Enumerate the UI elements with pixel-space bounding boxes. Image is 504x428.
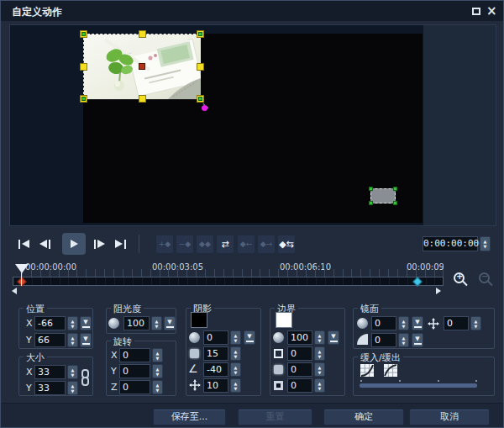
- previous-frame-button[interactable]: [35, 234, 55, 254]
- position-x-spinner[interactable]: [67, 316, 78, 330]
- size-x-field[interactable]: 33: [34, 365, 66, 379]
- copy-keyframe-button[interactable]: ◆◆: [196, 235, 214, 254]
- cancel-button[interactable]: 取消: [409, 409, 490, 425]
- play-button[interactable]: [62, 233, 86, 255]
- remove-keyframe-button[interactable]: −◆: [176, 235, 194, 254]
- border-color-swatch[interactable]: [276, 312, 292, 328]
- border-opacity-spinner[interactable]: [314, 330, 325, 345]
- shadow-distance-spinner[interactable]: [230, 378, 241, 393]
- timecode-spinner[interactable]: [480, 236, 491, 251]
- mirror-fade-field[interactable]: 0: [371, 333, 396, 347]
- shadow-angle-spinner[interactable]: [230, 362, 241, 377]
- ok-button[interactable]: 确定: [323, 409, 404, 425]
- motion-path-point[interactable]: [202, 105, 207, 111]
- position-y-field[interactable]: 66: [34, 333, 66, 347]
- opacity-keyframe-button[interactable]: [164, 316, 176, 330]
- zoom-out-button[interactable]: [479, 272, 490, 283]
- shadow-opacity-field[interactable]: 0: [203, 330, 228, 345]
- keyframe-track[interactable]: [13, 277, 444, 286]
- move-keyframe-right-button[interactable]: ◆→: [257, 235, 276, 254]
- border-keyframe-button[interactable]: [328, 330, 339, 345]
- mirror-offset-field[interactable]: 0: [444, 316, 469, 330]
- scroll-left-arrow[interactable]: [12, 288, 17, 294]
- mirror-opacity-spinner[interactable]: [398, 316, 409, 330]
- end-handle-bottom-left[interactable]: [369, 201, 373, 205]
- link-aspect-icon[interactable]: [81, 369, 89, 386]
- position-y-keyframe-button[interactable]: [80, 333, 92, 347]
- shadow-distance-field[interactable]: 10: [203, 378, 228, 393]
- swap-keyframes-button[interactable]: ◆⇆: [277, 235, 296, 254]
- distort-handle-bottom-left[interactable]: [81, 97, 86, 101]
- border-blur-spinner[interactable]: [314, 362, 325, 377]
- shadow-angle-icon: ∠: [188, 363, 198, 374]
- shadow-opacity-spinner[interactable]: [230, 330, 241, 345]
- rotation-y-field[interactable]: 0: [119, 364, 150, 378]
- border-width-spinner[interactable]: [314, 346, 325, 361]
- border-inner-field[interactable]: 0: [287, 378, 312, 393]
- border-inner-icon: [274, 381, 283, 390]
- shadow-blur-field[interactable]: 15: [203, 346, 228, 361]
- handle-bottom-middle[interactable]: [139, 95, 146, 103]
- preview-canvas[interactable]: [83, 34, 423, 223]
- timecode-field[interactable]: 0:00:00:000: [423, 236, 478, 251]
- border-opacity-icon: [273, 332, 284, 343]
- ease-slider[interactable]: [360, 383, 477, 388]
- opacity-spinner[interactable]: [151, 316, 162, 330]
- ease-slider-tick: [438, 380, 439, 382]
- rotation-z-field[interactable]: 0: [119, 380, 150, 394]
- maximize-icon[interactable]: [472, 8, 480, 15]
- handle-middle-left[interactable]: [80, 63, 87, 71]
- shadow-blur-spinner[interactable]: [230, 346, 241, 361]
- reverse-keyframes-button[interactable]: ⇄: [216, 235, 234, 254]
- selected-clip-bounds[interactable]: [83, 34, 200, 98]
- border-inner-spinner[interactable]: [314, 378, 325, 393]
- border-blur-field[interactable]: 0: [287, 362, 312, 377]
- mirror-fade-spinner[interactable]: [398, 333, 409, 347]
- position-x-field[interactable]: -66: [34, 316, 66, 330]
- mirror-fade-keyframe-button[interactable]: [412, 333, 423, 347]
- mirror-opacity-keyframe-button[interactable]: [412, 316, 423, 330]
- size-x-spinner[interactable]: [67, 365, 78, 379]
- go-to-end-button[interactable]: [111, 234, 130, 254]
- end-keyframe-bounds[interactable]: [370, 188, 396, 203]
- end-handle-top-right[interactable]: [393, 187, 397, 191]
- rotation-x-spinner[interactable]: [152, 348, 163, 362]
- end-handle-bottom-right[interactable]: [393, 201, 397, 205]
- opacity-field[interactable]: 100: [123, 316, 150, 330]
- ease-in-button[interactable]: [360, 364, 374, 377]
- position-x-keyframe-button[interactable]: [80, 316, 92, 330]
- move-keyframe-left-button[interactable]: ◆←: [237, 235, 255, 254]
- border-opacity-field[interactable]: 100: [287, 330, 312, 345]
- shadow-color-swatch[interactable]: [191, 312, 207, 328]
- scroll-right-arrow[interactable]: [436, 288, 441, 294]
- next-frame-button[interactable]: [90, 234, 109, 254]
- add-keyframe-button[interactable]: +◆: [155, 235, 174, 254]
- reset-button[interactable]: 重置: [238, 409, 312, 425]
- size-y-field[interactable]: 33: [34, 381, 66, 395]
- save-to-button[interactable]: 保存至...: [153, 409, 226, 425]
- mirror-offset-icon: [428, 318, 439, 330]
- playhead[interactable]: [15, 264, 29, 273]
- go-to-start-button[interactable]: [14, 234, 34, 254]
- rotation-x-field[interactable]: 0: [119, 348, 150, 362]
- position-y-spinner[interactable]: [67, 333, 78, 347]
- distort-handle-bottom-right[interactable]: [198, 97, 202, 101]
- mirror-offset-spinner[interactable]: [470, 316, 481, 330]
- handle-top-middle[interactable]: [139, 30, 146, 38]
- triangle-left-icon: [22, 240, 29, 248]
- size-y-spinner[interactable]: [67, 381, 78, 395]
- ease-out-button[interactable]: [384, 364, 397, 377]
- handle-middle-right[interactable]: [197, 63, 204, 71]
- shadow-keyframe-button[interactable]: [244, 330, 255, 345]
- shadow-angle-field[interactable]: -40: [203, 362, 228, 377]
- rotation-y-spinner[interactable]: [152, 364, 163, 378]
- close-icon[interactable]: ×: [486, 3, 497, 19]
- distort-handle-top-left[interactable]: [81, 32, 86, 36]
- zoom-in-button[interactable]: [454, 272, 465, 283]
- distort-handle-top-right[interactable]: [198, 32, 202, 36]
- border-width-field[interactable]: 0: [287, 346, 312, 361]
- rotation-z-spinner[interactable]: [152, 380, 163, 394]
- mirror-opacity-field[interactable]: 0: [371, 316, 396, 330]
- end-handle-top-left[interactable]: [369, 187, 373, 191]
- center-anchor-handle[interactable]: [139, 63, 145, 70]
